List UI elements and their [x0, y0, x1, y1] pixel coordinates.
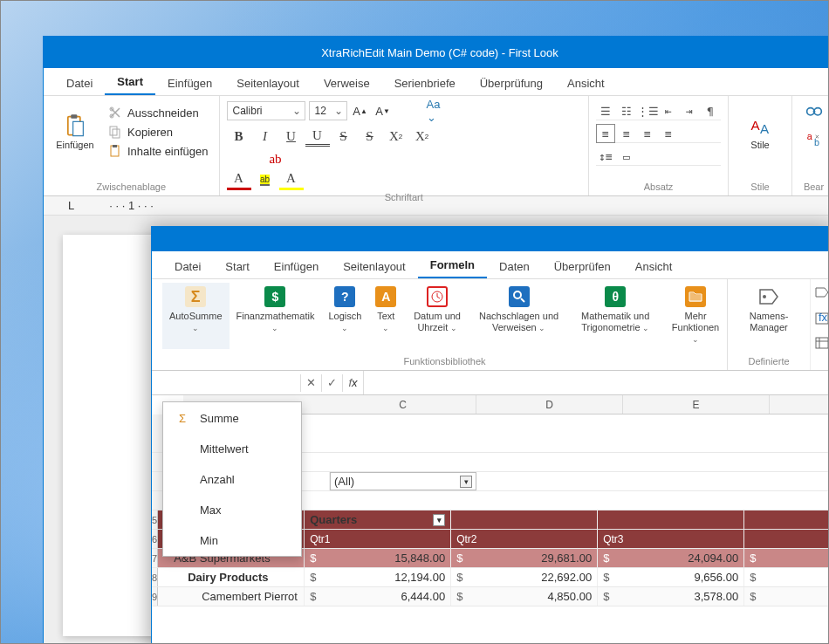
- title-bar-front[interactable]: [152, 227, 829, 251]
- bold-button[interactable]: B: [227, 126, 251, 147]
- accept-formula-button[interactable]: ✓: [321, 374, 342, 392]
- align-left-button[interactable]: ≡: [596, 124, 615, 143]
- title-bar[interactable]: XtraRichEdit Main Demo (C# code) - First…: [44, 37, 829, 68]
- cut-button[interactable]: Ausschneiden: [105, 104, 212, 121]
- numbering-button[interactable]: ☷: [617, 101, 636, 120]
- tab-ansicht[interactable]: Ansicht: [555, 72, 617, 95]
- show-marks-button[interactable]: ¶: [701, 101, 720, 120]
- font-name-combo[interactable]: Calibri: [227, 101, 305, 120]
- lookup-button[interactable]: Nachschlagen und Verweisen: [471, 283, 567, 349]
- define-name-icon[interactable]: N: [814, 286, 829, 302]
- styles-button[interactable]: AA Stile: [736, 101, 784, 162]
- menu-min[interactable]: Min: [163, 525, 301, 556]
- create-from-selection-icon[interactable]: [814, 335, 829, 351]
- outdent-button[interactable]: ⇤: [659, 101, 678, 120]
- col-d[interactable]: D: [476, 395, 623, 414]
- dropdown-icon[interactable]: ▾: [460, 476, 472, 488]
- row-header[interactable]: 6: [152, 530, 158, 548]
- copy-icon: [108, 125, 122, 139]
- tab-verweise[interactable]: Verweise: [312, 72, 382, 95]
- grow-font-button[interactable]: A▲: [351, 101, 370, 120]
- name-manager-button[interactable]: Namens-Manager: [738, 283, 799, 337]
- row-header[interactable]: 7: [152, 549, 158, 567]
- dropdown-icon[interactable]: ▾: [433, 514, 445, 526]
- tab2-ansicht[interactable]: Ansicht: [623, 255, 685, 278]
- row-header[interactable]: 5: [152, 510, 158, 529]
- para-shading-button[interactable]: ▭: [617, 147, 636, 166]
- menu-sum[interactable]: ΣSumme: [163, 402, 301, 434]
- col-e[interactable]: E: [623, 395, 770, 414]
- tab2-seitenlayout[interactable]: Seitenlayout: [331, 255, 418, 278]
- replace-icon[interactable]: ab: [805, 131, 823, 148]
- group-label-clipboard: Zwischenablage: [51, 180, 212, 194]
- paste-content-button[interactable]: Inhalte einfügen: [105, 142, 212, 160]
- double-underline-button[interactable]: U: [305, 126, 330, 147]
- datetime-button[interactable]: Datum und Uhrzeit: [403, 283, 471, 349]
- tab2-daten[interactable]: Daten: [487, 255, 542, 278]
- shading-button[interactable]: A: [279, 169, 304, 190]
- product-name[interactable]: Dairy Products: [158, 568, 305, 586]
- formula-input[interactable]: [363, 371, 829, 394]
- bullets-button[interactable]: ☰: [596, 101, 615, 120]
- strike-button[interactable]: S: [332, 126, 356, 147]
- copy-button[interactable]: Kopieren: [105, 123, 212, 140]
- tab-serienbriefe[interactable]: Serienbriefe: [382, 72, 468, 95]
- underline-button[interactable]: U: [279, 126, 304, 147]
- tab2-ueberpruefen[interactable]: Überprüfen: [542, 255, 623, 278]
- financial-button[interactable]: $ Finanzmathematik: [230, 283, 322, 349]
- dollar-icon: $: [264, 286, 285, 307]
- col-c[interactable]: C: [330, 395, 476, 414]
- tab-datei[interactable]: Datei: [54, 72, 105, 95]
- tab2-formeln[interactable]: Formeln: [418, 253, 487, 278]
- italic-button[interactable]: I: [253, 126, 277, 147]
- more-functions-button[interactable]: Mehr Funktionen: [664, 283, 727, 349]
- insert-function-button[interactable]: fx: [342, 374, 363, 392]
- filter-all[interactable]: (All)▾: [330, 472, 476, 490]
- highlight-button[interactable]: ab: [253, 169, 277, 190]
- font-color-button[interactable]: A: [227, 169, 251, 190]
- math-button[interactable]: θ Mathematik und Trigonometrie: [566, 283, 664, 349]
- tab-einfuegen[interactable]: Einfügen: [155, 72, 224, 95]
- menu-avg[interactable]: Mittelwert: [163, 434, 301, 464]
- product-name[interactable]: Camembert Pierrot: [158, 587, 305, 606]
- tab2-datei[interactable]: Datei: [162, 255, 213, 278]
- svg-point-17: [763, 295, 766, 298]
- use-in-formula-icon[interactable]: fx: [814, 311, 829, 326]
- row-header[interactable]: 9: [152, 587, 158, 606]
- menu-max[interactable]: Max: [163, 495, 301, 525]
- find-icon[interactable]: [805, 106, 823, 124]
- tag-icon: [757, 286, 781, 307]
- tab2-start[interactable]: Start: [213, 255, 261, 278]
- superscript-button[interactable]: X2: [384, 126, 408, 147]
- align-center-button[interactable]: ≡: [617, 124, 636, 143]
- align-right-button[interactable]: ≡: [638, 124, 657, 143]
- change-case-button[interactable]: Aa ⌄: [426, 101, 445, 120]
- sigma-small-icon: Σ: [177, 411, 191, 425]
- font-size-combo[interactable]: 12: [309, 101, 347, 120]
- group-label-defined: Definierte: [738, 354, 799, 370]
- ribbon-formulas: Σ AutoSumme $ Finanzmathematik ? Logisch…: [152, 279, 829, 371]
- tab-seitenlayout[interactable]: Seitenlayout: [224, 72, 312, 95]
- justify-button[interactable]: ≡: [659, 124, 678, 143]
- subscript-button[interactable]: X2: [410, 126, 435, 147]
- tab2-einfuegen[interactable]: Einfügen: [262, 255, 331, 278]
- double-strike-button[interactable]: S: [358, 126, 382, 147]
- group-label-paragraph: Absatz: [596, 180, 721, 194]
- tab-start[interactable]: Start: [105, 70, 155, 95]
- tab-ueberpruefung[interactable]: Überprüfung: [468, 72, 555, 95]
- line-spacing-button[interactable]: ↕≡: [596, 147, 615, 166]
- hyphenation-button[interactable]: ab: [264, 148, 288, 169]
- indent-button[interactable]: ⇥: [680, 101, 699, 120]
- menu-count[interactable]: Anzahl: [163, 464, 301, 495]
- shrink-font-button[interactable]: A▼: [373, 101, 393, 120]
- scissors-icon: [108, 106, 122, 120]
- cancel-formula-button[interactable]: ✕: [300, 374, 321, 392]
- svg-text:A: A: [751, 118, 761, 133]
- row-header[interactable]: 8: [152, 568, 158, 586]
- quarters-header[interactable]: Quarters▾: [305, 510, 451, 529]
- paste-button[interactable]: Einfügen: [51, 101, 99, 162]
- autosum-button[interactable]: Σ AutoSumme: [162, 283, 230, 349]
- logical-button[interactable]: ? Logisch: [321, 283, 368, 349]
- text-button[interactable]: A Text: [368, 283, 403, 349]
- multilevel-button[interactable]: ⋮☰: [638, 101, 657, 120]
